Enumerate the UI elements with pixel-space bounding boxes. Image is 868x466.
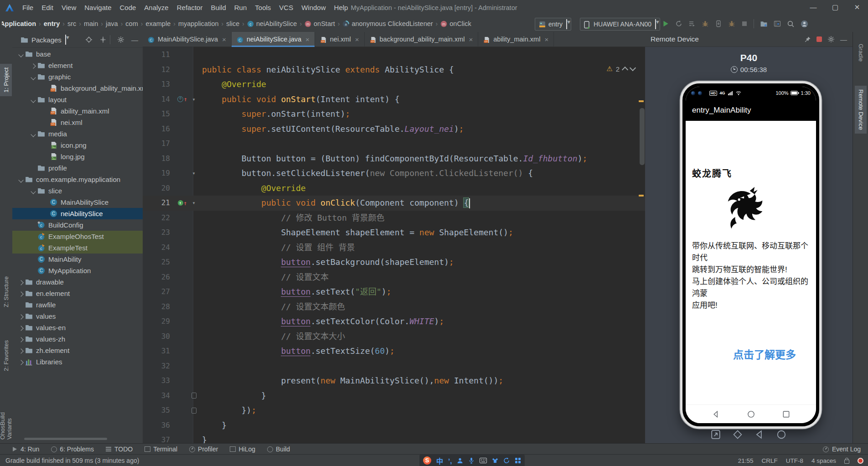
fold-marker-icon[interactable]: ▾ (192, 166, 195, 181)
code-line-35[interactable]: 35 }); (143, 403, 645, 418)
menu-code[interactable]: Code (115, 0, 140, 16)
ime-punctuation-toggle[interactable]: ’, (448, 457, 452, 465)
tree-item-drawable[interactable]: drawable (12, 276, 143, 288)
code-line-17[interactable]: 17 (143, 136, 645, 151)
tree-item-profile[interactable]: profile (12, 162, 143, 174)
code-line-12[interactable]: 12public class neiAbilitySlice extends A… (143, 62, 645, 78)
tree-item-graphic[interactable]: graphic (12, 71, 143, 83)
menu-analyze[interactable]: Analyze (140, 0, 172, 16)
skin-icon[interactable] (492, 458, 498, 463)
person-icon[interactable] (457, 457, 463, 464)
tool-window-ohosbuild-variants[interactable]: OhosBuild Variants (0, 391, 12, 443)
status-4-spaces[interactable]: 4 spaces (811, 457, 836, 464)
tree-item-element[interactable]: element (12, 60, 143, 71)
recents-icon[interactable] (782, 410, 790, 419)
breadcrumb-anonymous-clickedlistener[interactable]: aanonymous ClickedListener (341, 20, 434, 27)
tree-item-zh-element[interactable]: zh.element (12, 345, 143, 356)
tree-item-buildconfig[interactable]: cBuildConfig (12, 219, 143, 231)
tab-mainabilityslice-java[interactable]: CMainAbilitySlice.java× (143, 32, 232, 47)
menu-refactor[interactable]: Refactor (173, 0, 207, 16)
menu-navigate[interactable]: Navigate (80, 0, 115, 16)
menu-tools[interactable]: Tools (251, 0, 275, 16)
fold-end-marker-icon[interactable] (191, 393, 196, 399)
tree-item-values-en[interactable]: values-en (12, 322, 143, 333)
home-icon[interactable] (776, 430, 786, 440)
event-log-button[interactable]: Event Log (823, 445, 861, 453)
phone-screen[interactable]: HD 4G 100% 1:30 entry_MainAbility (686, 87, 816, 423)
stop-button[interactable] (741, 21, 748, 27)
code-line-22[interactable]: 22 // 修改 Button 背景颜色 (143, 211, 645, 226)
menu-edit[interactable]: Edit (37, 0, 57, 16)
fold-end-marker-icon[interactable] (191, 408, 196, 414)
status-utf-8[interactable]: UTF-8 (786, 457, 803, 464)
device-selector[interactable]: HUAWEI ANA-AN00 ▼ (580, 18, 660, 31)
maximize-button[interactable]: ▢ (824, 0, 846, 16)
tree-item-com-example-myapplication[interactable]: com.example.myapplication (12, 174, 143, 185)
breadcrumb-onclick[interactable]: monClick (439, 20, 472, 27)
tool-window-project[interactable]: 1: Project (0, 64, 12, 96)
menu-view[interactable]: View (57, 0, 80, 16)
override-marker-icon[interactable]: o (177, 96, 183, 102)
tree-item-slice[interactable]: slice (12, 185, 143, 197)
toolwindow-hilog[interactable]: HiLog (230, 445, 255, 453)
code-line-36[interactable]: 36 } (143, 418, 645, 433)
toolwindow-6-problems[interactable]: 6: Problems (51, 445, 94, 453)
hide-panel-icon[interactable]: — (131, 36, 138, 44)
tool-window-structure[interactable]: Z: Structure (0, 273, 12, 311)
prev-warning-icon[interactable] (622, 67, 628, 73)
code-line-18[interactable]: 18 Button button = (Button) findComponen… (143, 151, 645, 166)
tab-background-ability-main-xml[interactable]: </>background_ability_main.xml× (365, 32, 479, 47)
toolwindow-todo[interactable]: TODO (106, 445, 133, 453)
menu-build[interactable]: Build (207, 0, 230, 16)
code-line-16[interactable]: 16 super.setUIContent(ResourceTable.Layo… (143, 122, 645, 137)
code-line-30[interactable]: 30 // 设置文本大小 (143, 329, 645, 344)
code-line-24[interactable]: 24 // 设置 组件 背景 (143, 240, 645, 255)
tool-window-favorites[interactable]: 2: Favorites (0, 337, 12, 375)
tree-item-en-element[interactable]: en.element (12, 288, 143, 299)
run-config-icon[interactable] (688, 20, 696, 27)
tab-nei-xml[interactable]: </>nei.xml× (315, 32, 365, 47)
tree-item-nei-xml[interactable]: </>nei.xml (12, 117, 143, 128)
code-line-26[interactable]: 26 // 设置文本 (143, 270, 645, 285)
tree-item-neiabilityslice[interactable]: CneiAbilitySlice (12, 208, 143, 219)
breadcrumb-example[interactable]: example (145, 20, 171, 27)
sync-icon[interactable] (503, 457, 510, 464)
close-tab-icon[interactable]: × (544, 36, 548, 43)
menu-file[interactable]: File (18, 0, 37, 16)
breadcrumb-myapplication[interactable]: MyApplication (2, 20, 37, 27)
code-line-33[interactable]: 33 present(new MainAbilitySlice(),new In… (143, 373, 645, 388)
code-line-13[interactable]: 13 @Override (143, 77, 645, 92)
menu-vcs[interactable]: VCS (275, 0, 297, 16)
menu-icon[interactable] (733, 430, 743, 440)
toolwindow-4-run[interactable]: 4: Run (12, 445, 39, 453)
horizontal-scrollbar[interactable] (24, 438, 107, 440)
code-line-21[interactable]: 21↑↑▾ public void onClick(Component comp… (143, 196, 645, 211)
vertical-scrollbar[interactable] (640, 108, 645, 165)
search-everywhere-icon[interactable] (787, 20, 795, 28)
back-icon[interactable] (712, 410, 720, 419)
hide-panel-icon[interactable]: — (840, 36, 847, 43)
code-line-32[interactable]: 32 (143, 359, 645, 374)
gear-icon[interactable] (827, 36, 835, 43)
project-view-selector[interactable]: Packages (31, 36, 62, 44)
code-line-14[interactable]: 14o↑▾ public void onStart(Intent intent)… (143, 92, 645, 107)
breadcrumb-java[interactable]: java (105, 20, 119, 27)
toolwindow-build[interactable]: Build (267, 445, 290, 453)
run-panel-icon[interactable] (774, 20, 781, 27)
tree-item-libraries[interactable]: Libraries (12, 356, 143, 368)
lock-icon[interactable] (844, 460, 849, 464)
status-crlf[interactable]: CRLF (761, 457, 777, 464)
tree-item-rawfile[interactable]: rawfile (12, 299, 143, 311)
debug-button[interactable] (702, 20, 709, 27)
code-line-19[interactable]: 19▾ button.setClickedListener(new Compon… (143, 166, 645, 181)
tree-item-layout[interactable]: layout (12, 94, 143, 105)
home-icon[interactable] (747, 410, 755, 419)
next-warning-icon[interactable] (630, 65, 636, 71)
tree-item-myapplication[interactable]: CMyApplication (12, 265, 143, 276)
menu-window[interactable]: Window (297, 0, 330, 16)
breadcrumb-myapplication[interactable]: myapplication (177, 20, 220, 27)
locate-file-icon[interactable] (85, 36, 93, 43)
breadcrumb-entry[interactable]: entry (43, 20, 61, 27)
code-line-34[interactable]: 34 } (143, 388, 645, 404)
profiler-debug-icon[interactable] (728, 20, 735, 27)
